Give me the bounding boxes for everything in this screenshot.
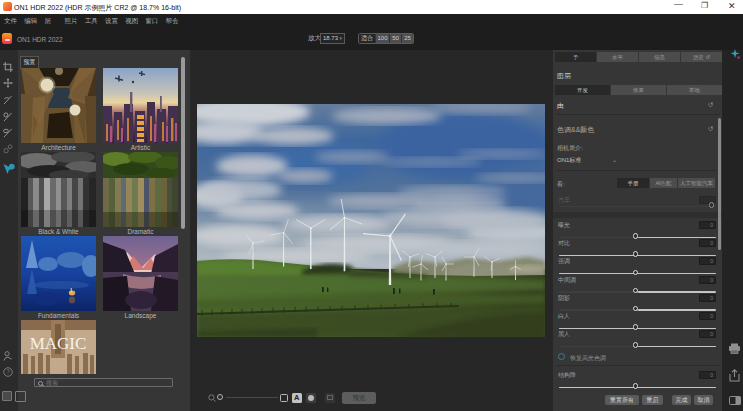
svg-text:MAGIC: MAGIC	[30, 334, 87, 353]
svg-text:?: ?	[6, 368, 10, 375]
